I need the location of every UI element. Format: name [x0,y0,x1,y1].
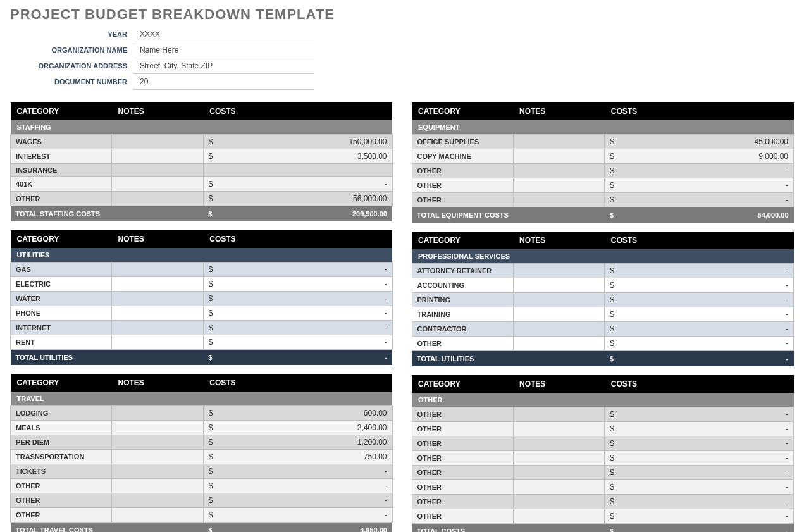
row-notes[interactable] [513,337,605,351]
row-amount[interactable]: - [218,464,392,479]
row-category[interactable]: OTHER [11,508,112,523]
row-category[interactable]: ELECTRIC [11,277,112,292]
row-category[interactable]: OTHER [412,451,513,466]
row-category[interactable]: OTHER [412,337,513,351]
row-category[interactable]: OTHER [11,493,112,508]
row-notes[interactable] [112,508,204,523]
row-amount[interactable]: - [619,466,794,480]
row-category[interactable]: PER DIEM [11,435,112,450]
row-category[interactable]: 401K [11,177,112,192]
row-notes[interactable] [513,149,605,164]
row-amount[interactable]: - [218,277,392,292]
row-notes[interactable] [513,307,605,322]
row-category[interactable]: TRASNSPORTATION [11,450,112,464]
row-notes[interactable] [513,480,605,495]
row-amount[interactable]: 2,400.00 [218,421,392,435]
row-amount[interactable]: - [619,436,794,451]
row-notes[interactable] [513,495,605,509]
row-amount[interactable]: 600.00 [218,406,392,421]
row-notes[interactable] [112,321,204,335]
row-amount[interactable]: - [218,263,392,277]
row-amount[interactable]: - [619,278,794,293]
row-amount[interactable] [218,164,392,177]
row-notes[interactable] [513,278,605,293]
row-notes[interactable] [513,293,605,307]
row-category[interactable]: CONTRACTOR [412,322,513,337]
row-amount[interactable]: - [218,321,392,335]
row-category[interactable]: OTHER [412,407,513,422]
row-notes[interactable] [112,263,204,277]
row-notes[interactable] [513,264,605,278]
row-notes[interactable] [513,135,605,149]
row-notes[interactable] [112,421,204,435]
row-amount[interactable]: - [218,335,392,350]
row-category[interactable]: LODGING [11,406,112,421]
row-category[interactable]: OTHER [11,479,112,493]
meta-org-addr-value[interactable]: Street, City, State ZIP [133,58,314,74]
row-category[interactable]: INTEREST [11,149,112,164]
row-notes[interactable] [513,451,605,466]
row-amount[interactable]: - [619,509,794,524]
row-notes[interactable] [112,135,204,149]
row-category[interactable]: INTERNET [11,321,112,335]
row-amount[interactable]: 150,000.00 [218,135,392,149]
row-category[interactable]: ATTORNEY RETAINER [412,264,513,278]
row-notes[interactable] [513,407,605,422]
row-notes[interactable] [112,292,204,306]
row-notes[interactable] [112,406,204,421]
row-amount[interactable]: 45,000.00 [619,135,794,149]
row-category[interactable]: GAS [11,263,112,277]
row-notes[interactable] [112,277,204,292]
row-category[interactable]: OTHER [412,480,513,495]
row-category[interactable]: INSURANCE [11,164,112,177]
row-notes[interactable] [513,193,605,207]
row-amount[interactable]: - [619,322,794,337]
row-category[interactable]: TICKETS [11,464,112,479]
meta-doc-num-value[interactable]: 20 [133,74,314,90]
row-category[interactable]: TRAINING [412,307,513,322]
row-amount[interactable]: - [619,480,794,495]
row-category[interactable]: RENT [11,335,112,350]
row-amount[interactable]: - [619,193,794,207]
row-amount[interactable]: 9,000.00 [619,149,794,164]
row-notes[interactable] [513,178,605,193]
row-notes[interactable] [112,164,204,177]
row-notes[interactable] [112,435,204,450]
row-category[interactable]: WAGES [11,135,112,149]
row-category[interactable]: OTHER [412,509,513,524]
row-category[interactable]: OTHER [412,193,513,207]
row-notes[interactable] [112,192,204,206]
row-category[interactable]: OTHER [412,466,513,480]
row-category[interactable]: MEALS [11,421,112,435]
row-notes[interactable] [513,509,605,524]
row-amount[interactable]: - [619,178,794,193]
row-notes[interactable] [513,466,605,480]
row-amount[interactable]: - [218,493,392,508]
row-amount[interactable]: - [218,508,392,523]
row-notes[interactable] [513,436,605,451]
row-notes[interactable] [112,464,204,479]
row-amount[interactable]: - [619,407,794,422]
row-notes[interactable] [112,306,204,321]
row-category[interactable]: OTHER [11,192,112,206]
row-amount[interactable]: - [218,479,392,493]
row-notes[interactable] [112,450,204,464]
meta-year-value[interactable]: XXXX [133,27,314,42]
row-amount[interactable]: 3,500.00 [218,149,392,164]
row-amount[interactable]: 750.00 [218,450,392,464]
row-category[interactable]: WATER [11,292,112,306]
row-notes[interactable] [513,164,605,178]
row-category[interactable]: OTHER [412,436,513,451]
row-category[interactable]: PRINTING [412,293,513,307]
row-amount[interactable]: - [619,337,794,351]
row-amount[interactable]: - [619,164,794,178]
row-category[interactable]: OTHER [412,178,513,193]
row-amount[interactable]: - [619,307,794,322]
row-amount[interactable]: 56,000.00 [218,192,392,206]
row-category[interactable]: PHONE [11,306,112,321]
row-amount[interactable]: - [619,495,794,509]
row-amount[interactable]: - [218,306,392,321]
row-amount[interactable]: - [218,177,392,192]
row-notes[interactable] [112,335,204,350]
row-amount[interactable]: - [218,292,392,306]
